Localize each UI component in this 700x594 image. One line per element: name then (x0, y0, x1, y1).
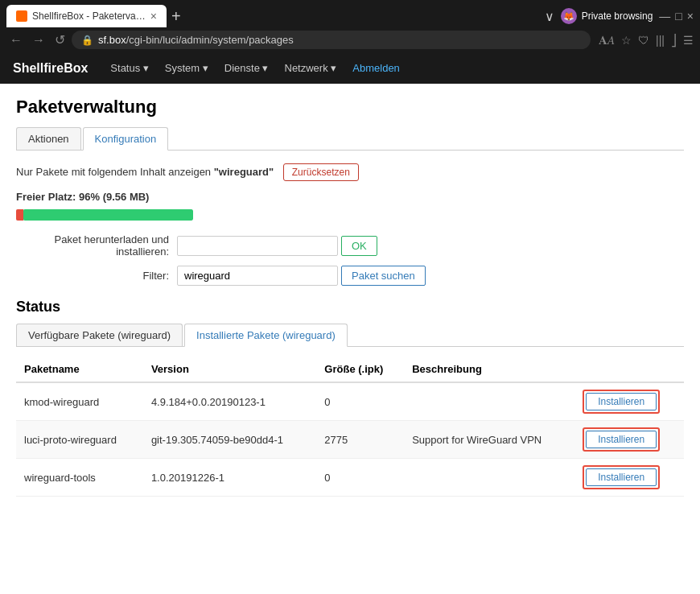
lock-icon: 🔒 (81, 35, 93, 46)
filter-text-before: Nur Pakete mit folgendem Inhalt anzeigen (16, 166, 214, 178)
pkg-desc-3 (404, 459, 574, 497)
install-row: Paket herunterladen undinstallieren: OK (16, 233, 684, 258)
tab-installed-packages[interactable]: Installierte Pakete (wireguard) (184, 324, 348, 347)
app-nav: ShellfireBox Status ▾ System ▾ Dienste ▾… (0, 52, 700, 84)
reload-btn[interactable]: ↺ (51, 31, 68, 49)
filter-label: Filter: (16, 270, 177, 282)
extension-icon[interactable]: ⎦ (671, 34, 677, 47)
forward-btn[interactable]: → (29, 31, 48, 49)
used-bar (16, 209, 23, 221)
library-icon[interactable]: ||| (656, 34, 665, 47)
tab-dropdown-btn[interactable]: ∨ (545, 9, 554, 24)
col-paketname: Paketname (16, 357, 143, 382)
storage-progress-bar (16, 209, 193, 221)
nav-menu: Status ▾ System ▾ Dienste ▾ Netzwerk ▾ A… (104, 59, 406, 77)
install-btn-2[interactable]: Installieren (586, 431, 657, 448)
pkg-version-3: 1.0.20191226-1 (143, 459, 316, 497)
search-btn[interactable]: Paket suchen (341, 266, 426, 286)
private-browsing-label: Private browsing (582, 10, 653, 22)
page-tabs: Aktionen Konfiguration (16, 127, 684, 151)
pkg-name-2: luci-proto-wireguard (16, 421, 143, 459)
pkg-desc-2: Support for WireGuard VPN (404, 421, 574, 459)
col-beschreibung: Beschreibung (404, 357, 574, 382)
private-icon: 🦊 (561, 8, 577, 24)
pkg-version-1: 4.9.184+0.0.20190123-1 (143, 382, 316, 421)
pkg-size-3: 0 (316, 459, 404, 497)
shield-icon[interactable]: 🛡 (638, 34, 649, 47)
nav-netzwerk[interactable]: Netzwerk ▾ (278, 59, 344, 77)
pkg-name-1: kmod-wireguard (16, 382, 143, 421)
browser-actions: 𝐀𝐴 ☆ 🛡 ||| ⎦ ☰ (599, 33, 694, 47)
tab-favicon (16, 10, 27, 22)
status-title: Status (16, 299, 684, 316)
pkg-desc-1 (404, 382, 574, 421)
install-btn-1[interactable]: Installieren (586, 393, 657, 410)
filter-value: "wireguard" (214, 166, 274, 178)
browser-controls: ← → ↺ 🔒 sf.box/cgi-bin/luci/admin/system… (0, 27, 700, 52)
app-logo: ShellfireBox (13, 61, 88, 76)
pkg-version-2: git-19.305.74059-be90dd4-1 (143, 421, 316, 459)
pkg-size-2: 2775 (316, 421, 404, 459)
reset-filter-btn[interactable]: Zurücksetzen (283, 163, 359, 181)
close-btn[interactable]: × (687, 10, 694, 23)
pkg-size-1: 0 (316, 382, 404, 421)
address-bar[interactable]: 🔒 sf.box/cgi-bin/luci/admin/system/packa… (72, 31, 591, 49)
tab-konfiguration[interactable]: Konfiguration (83, 127, 169, 151)
pkg-action-1: Installieren (574, 382, 684, 421)
install-label: Paket herunterladen undinstallieren: (16, 233, 177, 258)
page-title: Paketverwaltung (16, 97, 684, 118)
install-btn-3[interactable]: Installieren (586, 468, 657, 486)
status-section: Status Verfügbare Pakete (wireguard) Ins… (16, 299, 684, 497)
menu-icon[interactable]: ☰ (683, 34, 694, 47)
table-row: luci-proto-wireguard git-19.305.74059-be… (16, 421, 684, 459)
install-input[interactable] (177, 236, 338, 256)
table-row: wireguard-tools 1.0.20191226-1 0 Install… (16, 459, 684, 497)
new-tab-btn[interactable]: + (171, 7, 181, 26)
tab-bar: ShellfireBox - Paketerva… × + ∨ 🦊 Privat… (0, 0, 700, 27)
ok-btn[interactable]: OK (341, 236, 377, 256)
translate-icon[interactable]: 𝐀𝐴 (599, 33, 615, 47)
pkg-name-3: wireguard-tools (16, 459, 143, 497)
minimize-btn[interactable]: — (659, 10, 670, 23)
col-size: Größe (.ipk) (316, 357, 404, 382)
browser-chrome: ShellfireBox - Paketerva… × + ∨ 🦊 Privat… (0, 0, 700, 84)
col-actions (574, 357, 684, 382)
free-space-info: Freier Platz: 96% (9.56 MB) (16, 191, 684, 203)
tab-available-packages[interactable]: Verfügbare Pakete (wireguard) (16, 324, 183, 346)
free-bar (23, 209, 193, 221)
nav-dienste[interactable]: Dienste ▾ (218, 59, 275, 77)
restore-btn[interactable]: □ (675, 10, 681, 23)
filter-row: Filter: Paket suchen (16, 266, 684, 286)
url-domain: sf.box (98, 34, 126, 46)
tab-close-btn[interactable]: × (150, 10, 157, 23)
filter-input[interactable] (177, 266, 338, 286)
free-space-label: Freier Platz: 96% (9.56 MB) (16, 191, 149, 203)
tab-aktionen[interactable]: Aktionen (16, 127, 81, 150)
bookmark-icon[interactable]: ☆ (621, 34, 632, 47)
pkg-action-2: Installieren (574, 421, 684, 459)
packages-table: Paketname Version Größe (.ipk) Beschreib… (16, 357, 684, 497)
nav-system[interactable]: System ▾ (159, 59, 215, 77)
table-row: kmod-wireguard 4.9.184+0.0.20190123-1 0 … (16, 382, 684, 421)
table-header-row: Paketname Version Größe (.ipk) Beschreib… (16, 357, 684, 382)
main-content: Paketverwaltung Aktionen Konfiguration N… (0, 84, 700, 509)
nav-abmelden[interactable]: Abmelden (346, 59, 406, 77)
pkg-action-3: Installieren (574, 459, 684, 497)
nav-status[interactable]: Status ▾ (104, 59, 154, 77)
tab-title: ShellfireBox - Paketerva… (32, 10, 146, 22)
url-display: sf.box/cgi-bin/luci/admin/system/package… (98, 34, 581, 46)
private-browsing-badge: 🦊 Private browsing (561, 8, 653, 24)
url-path: /cgi-bin/luci/admin/system/packages (126, 34, 294, 46)
col-version: Version (143, 357, 316, 382)
filter-info: Nur Pakete mit folgendem Inhalt anzeigen… (16, 163, 684, 181)
active-tab[interactable]: ShellfireBox - Paketerva… × (6, 5, 167, 27)
window-controls: — □ × (659, 10, 694, 23)
status-tabs: Verfügbare Pakete (wireguard) Installier… (16, 324, 684, 347)
install-form: Paket herunterladen undinstallieren: OK … (16, 233, 684, 286)
back-btn[interactable]: ← (6, 31, 26, 49)
